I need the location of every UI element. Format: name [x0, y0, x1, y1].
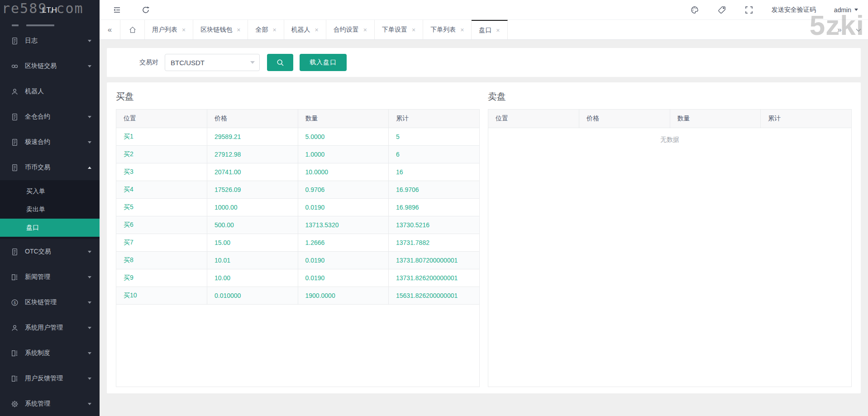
sidebar-item-label: 系统用户管理 [25, 324, 88, 332]
sidebar-item-9[interactable]: 系统用户管理 [0, 315, 100, 340]
tab-2[interactable]: 全部× [248, 20, 284, 39]
table-cell: 0.010000 [207, 287, 298, 304]
user-icon [11, 88, 19, 96]
sidebar-subitem-5-0[interactable]: 买入单 [0, 182, 100, 201]
column-header: 价格 [207, 110, 298, 128]
tab-3[interactable]: 机器人× [284, 20, 326, 39]
pair-select[interactable]: BTC/USDT [165, 54, 260, 71]
table-cell: 0.0190 [298, 269, 389, 287]
chevron-down-icon [88, 65, 91, 67]
username: admin [834, 6, 851, 14]
chevron-down-icon [88, 276, 91, 278]
table-cell: 买7 [116, 234, 207, 251]
table-row: 买51000.000.019016.9896 [116, 198, 479, 216]
sidebar-item-12[interactable]: 系统管理 [0, 391, 100, 416]
column-header: 价格 [579, 110, 670, 128]
table-cell: 13731.826200000001 [389, 269, 480, 287]
table-cell: 13713.5320 [298, 216, 389, 234]
sidebar-item-8[interactable]: $区块链管理 [0, 290, 100, 315]
tab-label: 盘口 [479, 26, 491, 34]
tab-0[interactable]: 用户列表× [145, 20, 193, 39]
news-icon [11, 273, 19, 281]
doc-icon [11, 37, 19, 45]
table-cell: 16.9706 [389, 181, 480, 198]
chevron-down-icon [88, 251, 91, 253]
news-icon [11, 349, 19, 357]
chevron-down-icon [88, 403, 91, 405]
tab-close-icon[interactable]: × [237, 27, 240, 33]
table-row: 买129589.215.00005 [116, 128, 479, 145]
pair-label: 交易对 [139, 58, 158, 67]
dollar-icon: $ [11, 299, 19, 306]
table-cell: 1000.00 [207, 198, 298, 216]
table-cell: 买5 [116, 198, 207, 216]
send-security-code-button[interactable]: 发送安全验证码 [772, 6, 816, 14]
tab-5[interactable]: 下单设置× [375, 20, 423, 39]
tab-1[interactable]: 区块链钱包× [193, 20, 248, 39]
tab-close-icon[interactable]: × [460, 27, 464, 33]
home-icon [129, 26, 137, 34]
tab-close-icon[interactable]: × [272, 27, 276, 33]
scroll-tabs-right-button[interactable]: » [830, 20, 849, 39]
tab-6[interactable]: 下单列表× [423, 20, 472, 39]
table-cell: 买3 [116, 163, 207, 181]
doc-icon [11, 164, 19, 172]
tab-bar: « 用户列表×区块链钱包×全部×机器人×合约设置×下单设置×下单列表×盘口× » [100, 20, 868, 40]
tab-close-icon[interactable]: × [412, 27, 415, 33]
sidebar-subitem-5-2[interactable]: 盘口 [0, 219, 100, 237]
sidebar-item-label: 极速合约 [25, 138, 88, 146]
sidebar-item-0[interactable]: 日志 [0, 28, 100, 53]
sidebar-item-4[interactable]: 极速合约 [0, 129, 100, 155]
table-cell: 500.00 [207, 216, 298, 234]
sidebar-item-label: 新闻管理 [25, 273, 88, 281]
tab-close-icon[interactable]: × [363, 27, 367, 33]
sidebar-item-6[interactable]: OTC交易 [0, 239, 100, 264]
topbar-right: 发送安全验证码 admin [690, 5, 858, 14]
refresh-icon[interactable] [141, 5, 150, 14]
sidebar-item-3[interactable]: 全仓合约 [0, 104, 100, 129]
table-cell: 0.0190 [298, 198, 389, 216]
sidebar-item-11[interactable]: 用户反馈管理 [0, 366, 100, 391]
tab-close-icon[interactable]: × [315, 27, 319, 33]
sidebar-item-1[interactable]: 区块链交易 [0, 53, 100, 79]
sidebar-item-10[interactable]: 系统制度 [0, 340, 100, 366]
table-cell: 1900.0000 [298, 287, 389, 304]
tab-4[interactable]: 合约设置× [326, 20, 375, 39]
tag-icon[interactable] [717, 5, 726, 14]
clipped-icon [12, 24, 19, 26]
tab-label: 机器人 [291, 26, 310, 34]
sidebar-item-label: 区块链管理 [25, 298, 88, 306]
sidebar-item-label: 用户反馈管理 [25, 374, 88, 383]
home-tab[interactable] [120, 20, 145, 39]
table-row: 买100.0100001900.000015631.826200000001 [116, 287, 479, 304]
tab-close-icon[interactable]: × [496, 27, 500, 33]
sidebar-item-5[interactable]: 币币交易 [0, 155, 100, 180]
column-header: 累计 [761, 110, 852, 128]
user-menu[interactable]: admin [834, 6, 858, 14]
sidebar-item-7[interactable]: 新闻管理 [0, 264, 100, 290]
sidebar: LTH 日志区块链交易机器人全仓合约极速合约币币交易买入单卖出单盘口OTC交易新… [0, 0, 100, 416]
load-orderbook-button[interactable]: 载入盘口 [300, 54, 347, 71]
table-cell: 买8 [116, 251, 207, 269]
fullscreen-icon[interactable] [744, 5, 754, 14]
sidebar-subitem-5-1[interactable]: 卖出单 [0, 201, 100, 219]
search-button[interactable] [267, 54, 293, 71]
tab-7[interactable]: 盘口× [472, 20, 507, 39]
tab-close-icon[interactable]: × [182, 27, 186, 33]
tabs-list: 用户列表×区块链钱包×全部×机器人×合约设置×下单设置×下单列表×盘口× [145, 20, 508, 39]
sidebar-submenu: 买入单卖出单盘口 [0, 180, 100, 239]
table-cell: 6 [389, 145, 480, 163]
sidebar-item-2[interactable]: 机器人 [0, 79, 100, 104]
palette-icon[interactable] [690, 5, 699, 14]
column-header: 累计 [389, 110, 480, 128]
gear-icon [11, 400, 19, 408]
tab-label: 用户列表 [152, 26, 177, 34]
scroll-tabs-left-button[interactable]: « [100, 20, 120, 39]
sidebar-item-clipped[interactable] [0, 21, 100, 28]
collapse-sidebar-icon[interactable] [112, 5, 121, 14]
column-header: 位置 [116, 110, 207, 128]
table-row: 买810.010.019013731.807200000001 [116, 251, 479, 269]
table-cell: 5.0000 [298, 128, 389, 145]
tabs-menu-button[interactable] [849, 20, 868, 39]
doc-icon [11, 113, 19, 121]
